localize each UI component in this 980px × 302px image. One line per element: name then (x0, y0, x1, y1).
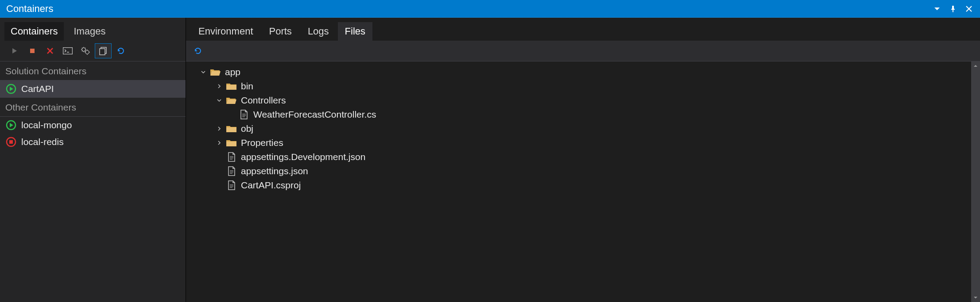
start-button[interactable] (6, 43, 23, 58)
file-icon (226, 180, 237, 190)
pin-icon[interactable] (948, 4, 958, 14)
tree-file-cartapi-csproj[interactable]: CartAPI.csproj (191, 178, 969, 192)
tab-logs[interactable]: Logs (301, 22, 336, 41)
title-bar: Containers (0, 0, 980, 18)
scroll-up-icon[interactable] (971, 61, 980, 70)
tree-label: Properties (241, 138, 283, 148)
running-icon (5, 83, 17, 95)
window-options-icon[interactable] (932, 4, 942, 14)
tab-containers[interactable]: Containers (4, 22, 64, 41)
containers-window: Containers Containers Images (0, 0, 980, 302)
tree-file-appsettings-dev[interactable]: appsettings.Development.json (191, 150, 969, 164)
body: Containers Images (0, 18, 980, 302)
svg-rect-22 (9, 140, 13, 144)
tree-folder-controllers[interactable]: Controllers (191, 93, 969, 107)
chevron-down-icon (200, 70, 206, 74)
tree-folder-obj[interactable]: obj (191, 122, 969, 136)
left-panel-tabs: Containers Images (0, 18, 186, 41)
tab-environment[interactable]: Environment (191, 22, 260, 41)
folder-open-icon (210, 67, 221, 77)
container-label: CartAPI (21, 84, 54, 94)
solution-containers-header: Solution Containers (0, 61, 186, 80)
window-controls (932, 4, 974, 14)
tree-file-weatherforecastcontroller[interactable]: WeatherForecastController.cs (191, 107, 969, 122)
container-item-local-mongo[interactable]: local-mongo (0, 117, 186, 134)
terminal-button[interactable] (59, 43, 76, 58)
tree-file-appsettings[interactable]: appsettings.json (191, 164, 969, 178)
svg-rect-18 (100, 49, 105, 55)
svg-rect-28 (226, 141, 236, 146)
tree-label: Controllers (241, 95, 286, 106)
folder-icon (226, 138, 237, 148)
running-icon (5, 119, 17, 131)
svg-line-8 (82, 48, 83, 49)
folder-open-icon (226, 96, 237, 105)
tree-label: CartAPI.csproj (241, 180, 301, 191)
files-toolbar (186, 41, 980, 61)
tree-folder-properties[interactable]: Properties (191, 136, 969, 150)
chevron-right-icon (216, 126, 222, 131)
svg-point-12 (85, 50, 89, 54)
solution-containers-list: CartAPI (0, 80, 186, 97)
remove-button[interactable] (42, 43, 58, 58)
right-panel-tabs: Environment Ports Logs Files (186, 18, 980, 41)
tree-label: WeatherForecastController.cs (253, 109, 376, 120)
copy-button[interactable] (95, 43, 112, 58)
svg-line-9 (85, 51, 86, 52)
vertical-scrollbar[interactable] (971, 61, 980, 302)
svg-rect-0 (30, 49, 35, 53)
other-containers-header: Other Containers (0, 97, 186, 117)
file-icon (238, 110, 250, 119)
container-label: local-redis (21, 137, 64, 147)
stop-button[interactable] (24, 43, 41, 58)
container-label: local-mongo (21, 120, 72, 130)
tree-label: appsettings.json (241, 166, 308, 176)
container-item-local-redis[interactable]: local-redis (0, 134, 186, 150)
window-title: Containers (6, 3, 53, 15)
svg-rect-27 (226, 127, 236, 132)
tab-files[interactable]: Files (338, 22, 372, 41)
files-content-wrap: app bin (186, 61, 980, 302)
chevron-right-icon (216, 84, 222, 88)
right-panel: Environment Ports Logs Files (186, 18, 980, 302)
svg-line-10 (82, 51, 83, 52)
chevron-down-icon (216, 98, 222, 103)
settings-button[interactable] (77, 43, 94, 58)
folder-icon (226, 124, 237, 134)
left-toolbar (0, 41, 186, 61)
tab-images[interactable]: Images (67, 22, 112, 41)
tree-label: bin (241, 81, 253, 92)
file-icon (226, 166, 237, 176)
chevron-right-icon (216, 141, 222, 145)
refresh-button[interactable] (112, 43, 129, 58)
tree-folder-bin[interactable]: bin (191, 79, 969, 93)
files-refresh-button[interactable] (190, 43, 206, 58)
file-icon (226, 152, 237, 162)
tree-label: app (225, 67, 240, 77)
left-panel: Containers Images (0, 18, 186, 302)
svg-rect-23 (226, 85, 236, 90)
svg-rect-1 (63, 48, 73, 54)
tree-label: obj (241, 123, 253, 134)
close-icon[interactable] (964, 4, 974, 14)
tree-label: appsettings.Development.json (241, 152, 365, 162)
other-containers-list: local-mongo local-redis (0, 117, 186, 150)
tree-folder-app[interactable]: app (191, 65, 969, 79)
files-tree: app bin (186, 61, 971, 302)
svg-line-11 (85, 48, 86, 49)
folder-icon (226, 81, 237, 91)
container-item-cartapi[interactable]: CartAPI (0, 80, 186, 97)
stopped-icon (5, 136, 17, 148)
tab-ports[interactable]: Ports (262, 22, 299, 41)
scroll-down-icon[interactable] (971, 293, 980, 302)
